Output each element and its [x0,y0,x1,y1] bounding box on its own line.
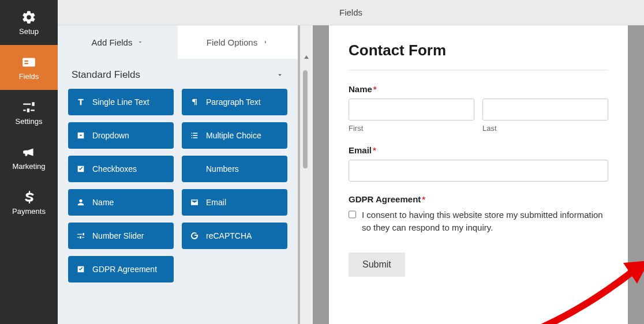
field-label: Dropdown [92,131,129,140]
nav-settings[interactable]: Settings [0,90,58,135]
form-title: Contact Form [349,42,608,59]
paragraph-icon [190,97,199,107]
consent-text: I consent to having this website store m… [362,209,608,234]
fields-grid: Single Line Text Paragraph Text Dropdown… [68,89,287,294]
check-square-icon [76,265,85,274]
fields-panel-wrap: Add Fields Field Options Standard Fields… [58,25,313,324]
panel-scrollbar[interactable] [300,25,310,324]
email-label: Email* [349,145,608,155]
nav-label: Settings [16,117,43,126]
field-name[interactable]: Name [68,189,174,216]
chevron-right-icon [262,39,269,46]
text-icon [76,97,85,107]
svg-rect-1 [24,60,28,61]
form-card: Contact Form Name* First [329,25,628,324]
nav-label: Fields [19,72,39,81]
sliders-h-icon [76,231,85,240]
nav-fields[interactable]: Fields [0,45,58,90]
last-name-input[interactable] [482,99,608,120]
last-sublabel: Last [482,124,608,133]
field-label: Email [206,198,226,207]
field-label: Paragraph Text [206,97,261,107]
gear-icon [21,10,36,25]
nav-marketing[interactable]: Marketing [0,135,58,180]
tab-label: Add Fields [92,37,133,47]
svg-rect-2 [24,63,28,64]
required-mark: * [373,145,376,155]
first-name-input[interactable] [349,99,474,120]
chevron-down-icon [137,39,144,46]
field-label: reCAPTCHA [206,231,252,240]
form-preview: Contact Form Name* First [313,25,644,324]
nav-label: Payments [12,207,46,216]
field-label: Name [92,198,114,207]
field-gdpr-block[interactable]: GDPR Agreement* I consent to having this… [349,194,608,234]
nav-label: Marketing [12,162,45,171]
field-label: GDPR Agreement [92,265,157,274]
field-name-block[interactable]: Name* First Last [349,84,608,133]
tab-label: Field Options [207,37,257,47]
field-label: Checkboxes [92,164,137,174]
field-recaptcha[interactable]: reCAPTCHA [182,223,287,249]
user-icon [76,198,85,207]
topbar-title: Fields [339,7,362,17]
field-paragraph-text[interactable]: Paragraph Text [182,89,287,115]
name-label: Name* [349,84,608,94]
tab-field-options[interactable]: Field Options [178,25,298,59]
check-square-icon [76,164,85,174]
field-numbers[interactable]: Numbers [182,156,287,182]
divider [349,70,608,70]
topbar: Fields [58,0,644,25]
field-label: Numbers [206,164,239,174]
first-sublabel: First [349,124,474,133]
left-nav: Setup Fields Settings Marketing Payments [0,0,58,324]
field-multiple-choice[interactable]: Multiple Choice [182,122,287,149]
nav-payments[interactable]: Payments [0,180,58,225]
dollar-icon [21,190,36,205]
email-input[interactable] [349,160,608,182]
consent-checkbox[interactable] [349,210,356,219]
section-title: Standard Fields [72,69,140,81]
nav-setup[interactable]: Setup [0,0,58,45]
sliders-icon [21,100,36,115]
required-mark: * [373,84,377,94]
envelope-icon [190,198,199,207]
gdpr-label: GDPR Agreement* [349,194,608,204]
panel-tabs: Add Fields Field Options [58,25,298,59]
caret-square-icon [76,131,85,140]
section-standard-fields: Standard Fields Single Line Text Paragra… [58,59,298,294]
submit-button[interactable]: Submit [349,253,405,277]
required-mark: * [422,194,425,204]
google-g-icon [190,231,199,240]
chevron-down-icon [276,71,284,79]
field-label: Single Line Text [92,97,149,107]
field-gdpr-agreement[interactable]: GDPR Agreement [68,256,174,282]
content: Add Fields Field Options Standard Fields… [58,25,644,324]
field-dropdown[interactable]: Dropdown [68,122,174,149]
field-label: Number Slider [92,231,144,240]
tab-add-fields[interactable]: Add Fields [58,25,178,59]
field-checkboxes[interactable]: Checkboxes [68,156,174,182]
svg-rect-0 [23,58,35,66]
section-toggle[interactable]: Standard Fields [68,59,287,89]
fields-panel: Add Fields Field Options Standard Fields… [58,25,300,324]
nav-label: Setup [19,27,39,36]
bullhorn-icon [21,145,36,160]
form-icon [21,55,36,70]
field-email-block[interactable]: Email* [349,145,608,182]
field-label: Multiple Choice [206,131,261,140]
hash-icon [190,164,199,174]
field-single-line-text[interactable]: Single Line Text [68,89,174,115]
list-icon [190,131,199,140]
field-email[interactable]: Email [182,189,287,216]
field-number-slider[interactable]: Number Slider [68,223,174,249]
main: Fields Add Fields Field Options Standard… [58,0,644,324]
